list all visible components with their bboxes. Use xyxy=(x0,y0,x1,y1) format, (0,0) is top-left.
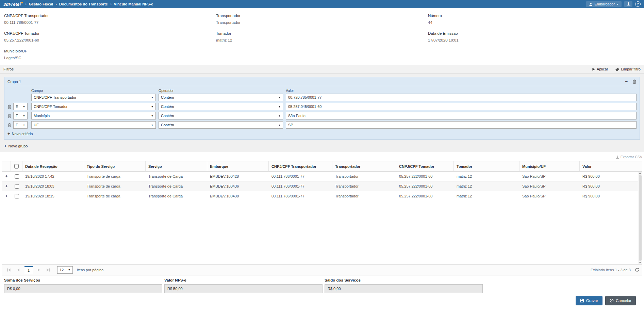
caret-down-icon: ▼ xyxy=(151,115,153,117)
column-header-tomador[interactable]: Tomador xyxy=(454,161,519,171)
export-download-icon xyxy=(615,155,619,159)
new-group-button[interactable]: + Novo grupo xyxy=(4,144,28,148)
scrollbar-thumb[interactable] xyxy=(639,175,642,261)
operator-select-value: Contém xyxy=(161,105,174,109)
info-label: Município/UF xyxy=(4,49,216,53)
row-checkbox[interactable] xyxy=(15,174,19,179)
operator-select[interactable]: Contém ▼ xyxy=(159,112,283,119)
info-label: Tomador xyxy=(216,31,428,35)
row-checkbox[interactable] xyxy=(15,194,19,198)
download-icon xyxy=(626,2,631,6)
last-page-button[interactable] xyxy=(44,266,52,274)
logic-operator-select[interactable]: E ▼ xyxy=(13,121,28,129)
operator-select[interactable]: Contém ▼ xyxy=(159,121,283,129)
value-input[interactable] xyxy=(286,103,637,110)
filters-title: Filtros xyxy=(3,67,14,71)
column-header-data-recepcao[interactable]: Data de Recepção xyxy=(22,161,84,171)
value-input[interactable] xyxy=(286,112,637,119)
value-input[interactable] xyxy=(286,94,637,101)
caret-down-icon: ▼ xyxy=(68,269,70,271)
cell-data-recepcao: 19/10/2020 17:42 xyxy=(22,174,84,178)
criteria-column-labels: Campo Operador Valor xyxy=(7,87,637,94)
criterion-row: E ▼ CNPJ/CPF Tomador ▼ Contém ▼ xyxy=(7,103,637,110)
criterion-row: E ▼ UF ▼ Contém ▼ xyxy=(7,121,637,129)
logic-operator-select[interactable]: E ▼ xyxy=(13,112,28,119)
column-header-tipo-servico[interactable]: Tipo do Serviço xyxy=(84,161,146,171)
column-header-embarque[interactable]: Embarque xyxy=(207,161,269,171)
cell-transportador: Transportador xyxy=(332,174,396,178)
cell-tipo-servico: Transporte de carga xyxy=(84,174,146,178)
column-header-servico[interactable]: Serviço xyxy=(146,161,207,171)
caret-down-icon: ▼ xyxy=(278,124,281,126)
field-select[interactable]: CNPJ/CPF Transportador ▼ xyxy=(31,94,156,101)
help-button[interactable]: ? xyxy=(635,1,641,7)
value-input[interactable] xyxy=(286,121,637,129)
breadcrumb-item-documentos-transporte[interactable]: Documentos do Transporte xyxy=(59,2,108,6)
cell-transportador: Transportador xyxy=(332,184,396,188)
delete-criterion-button[interactable] xyxy=(7,123,12,127)
previous-page-button[interactable] xyxy=(14,266,22,274)
expand-row-button[interactable]: + xyxy=(5,174,7,178)
new-criterion-button[interactable]: + Novo critério xyxy=(7,131,33,136)
grid-body: + 19/10/2020 17:42 Transporte de carga T… xyxy=(2,172,642,264)
page-number-button[interactable]: 1 xyxy=(24,266,33,274)
field-select[interactable]: UF ▼ xyxy=(31,121,156,129)
clear-filter-button[interactable]: Limpar filtro xyxy=(615,67,641,71)
vertical-scrollbar[interactable] xyxy=(638,172,642,264)
cell-servico: Transporte de Carga xyxy=(146,174,207,178)
breadcrumb-item-vinculo-manual-nfse[interactable]: Vínculo Manual NFS-e xyxy=(114,2,153,6)
table-row: + 19/10/2020 17:42 Transporte de carga T… xyxy=(2,172,642,181)
criterion-row: E ▼ Município ▼ Contém ▼ xyxy=(7,112,637,119)
expand-row-button[interactable]: + xyxy=(5,194,7,198)
summary-label: Saldo dos Serviços xyxy=(325,278,483,282)
criterion-row-controls: E ▼ xyxy=(7,103,29,110)
page-size-select[interactable]: 12 ▼ xyxy=(57,266,73,274)
row-checkbox[interactable] xyxy=(15,184,19,189)
topbar-left: 3dFrete › Gestão Fiscal › Documentos do … xyxy=(3,2,153,7)
eraser-icon xyxy=(615,67,620,71)
breadcrumb-item-gestao-fiscal[interactable]: Gestão Fiscal xyxy=(29,2,53,6)
cancel-label: Cancelar xyxy=(616,299,631,303)
field-select[interactable]: CNPJ/CPF Tomador ▼ xyxy=(31,103,156,110)
column-header-cnpj-tomador[interactable]: CNPJ/CPF Tomador xyxy=(396,161,454,171)
field-select[interactable]: Município ▼ xyxy=(31,112,156,119)
delete-criterion-button[interactable] xyxy=(7,114,12,118)
column-header-cnpj-transportador[interactable]: CNPJ/CPF Transportador xyxy=(269,161,332,171)
info-label: CNPJ/CPF Transportador xyxy=(4,14,216,18)
operator-select[interactable]: Contém ▼ xyxy=(159,103,283,110)
user-menu-button[interactable]: Embarcador ▼ xyxy=(586,1,622,7)
first-page-button[interactable] xyxy=(5,266,13,274)
logic-operator-select[interactable]: E ▼ xyxy=(13,103,28,110)
app-root: 3dFrete › Gestão Fiscal › Documentos do … xyxy=(0,0,644,305)
delete-group-button[interactable] xyxy=(632,79,637,84)
summary-saldo-input xyxy=(325,284,483,293)
expand-row-button[interactable]: + xyxy=(5,184,7,188)
column-header-transportador[interactable]: Transportador xyxy=(332,161,396,171)
delete-criterion-button[interactable] xyxy=(7,105,12,109)
table-row: + 19/10/2020 18:03 Transporte de carga T… xyxy=(2,181,642,191)
app-logo[interactable]: 3dFrete xyxy=(3,2,23,7)
collapse-group-button[interactable]: − xyxy=(625,79,628,84)
caret-down-icon: ▼ xyxy=(23,115,25,117)
save-button[interactable]: Gravar xyxy=(576,296,602,305)
download-button[interactable] xyxy=(624,1,632,7)
select-all-checkbox[interactable] xyxy=(14,164,19,169)
cell-tipo-servico: Transporte de carga xyxy=(84,194,146,198)
cancel-button[interactable]: Cancelar xyxy=(605,296,636,305)
refresh-button[interactable] xyxy=(635,268,639,272)
export-csv-label: Exportar CSV xyxy=(621,155,642,159)
info-field-cnpj-transportador: CNPJ/CPF Transportador 00.111.786/0001-7… xyxy=(4,14,216,25)
filter-group-title: Grupo 1 xyxy=(7,80,21,84)
column-header-valor[interactable]: Valor xyxy=(580,161,638,171)
breadcrumb-separator: › xyxy=(55,2,57,6)
person-icon xyxy=(589,2,593,6)
operator-select[interactable]: Contém ▼ xyxy=(159,94,283,101)
caret-down-icon: ▼ xyxy=(23,106,25,108)
next-page-button[interactable] xyxy=(35,266,43,274)
apply-filter-button[interactable]: Aplicar xyxy=(592,67,608,71)
field-select-value: UF xyxy=(34,123,39,127)
info-label: Número xyxy=(428,14,640,18)
cell-cnpj-transportador: 00.111.786/0001-77 xyxy=(269,184,332,188)
column-header-municipio-uf[interactable]: Município/UF xyxy=(519,161,580,171)
export-csv-button[interactable]: Exportar CSV xyxy=(615,154,642,160)
